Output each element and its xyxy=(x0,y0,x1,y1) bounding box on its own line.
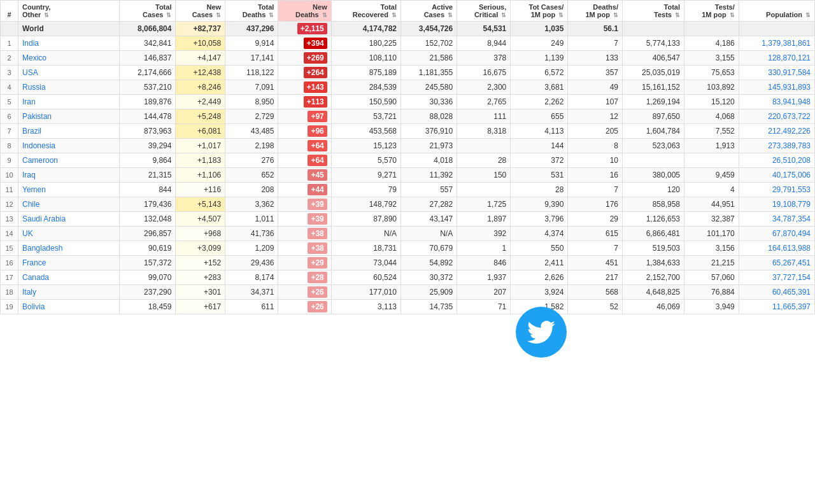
col-header-totaldeaths[interactable]: TotalDeaths ⇅ xyxy=(225,1,278,22)
row-newdeaths: +44 xyxy=(278,183,331,197)
row-country[interactable]: Bolivia xyxy=(18,300,120,314)
world-row: World 8,066,804 +82,737 437,296 +2,115 4… xyxy=(1,22,815,36)
row-country[interactable]: Canada xyxy=(18,270,120,285)
row-newdeaths: +269 xyxy=(278,51,331,66)
row-population: 34,787,354 xyxy=(739,212,814,227)
row-country[interactable]: Iran xyxy=(18,95,120,109)
row-seriouscritical: 846 xyxy=(457,256,511,270)
country-link[interactable]: Russia xyxy=(22,83,46,92)
row-country[interactable]: India xyxy=(18,36,120,51)
sort-icon: ⇅ xyxy=(501,12,506,18)
country-link[interactable]: Canada xyxy=(22,273,49,282)
table-row: 9 Cameroon 9,864 +1,183 276 +64 5,570 4,… xyxy=(1,153,815,168)
col-header-totcasesper1m[interactable]: Tot Cases/1M pop ⇅ xyxy=(511,1,568,22)
row-country[interactable]: Indonesia xyxy=(18,139,120,153)
country-link[interactable]: Pakistan xyxy=(22,112,52,121)
row-seriouscritical: 1 xyxy=(457,241,511,256)
row-totaltests: 406,547 xyxy=(623,51,684,66)
world-totcasesper1m: 1,035 xyxy=(511,22,568,36)
row-country[interactable]: Brazil xyxy=(18,124,120,139)
row-activecases: 14,735 xyxy=(401,300,457,314)
row-activecases: 21,973 xyxy=(401,139,457,153)
country-link[interactable]: India xyxy=(22,39,39,48)
row-country[interactable]: UK xyxy=(18,227,120,241)
sort-icon: ⇅ xyxy=(44,12,49,18)
row-totalrecovered: 5,570 xyxy=(331,153,400,168)
row-deathsper1m: 357 xyxy=(568,66,623,80)
row-newcases: +1,017 xyxy=(176,139,225,153)
col-header-newdeaths[interactable]: NewDeaths ⇅ xyxy=(278,1,331,22)
row-newdeaths: +28 xyxy=(278,270,331,285)
country-link[interactable]: UK xyxy=(22,229,33,238)
col-header-totalcases[interactable]: TotalCases ⇅ xyxy=(120,1,176,22)
col-header-testsper1m[interactable]: Tests/1M pop ⇅ xyxy=(684,1,739,22)
row-country[interactable]: Iraq xyxy=(18,168,120,183)
row-totalrecovered: 9,271 xyxy=(331,168,400,183)
col-header-totaltests[interactable]: TotalTests ⇅ xyxy=(623,1,684,22)
col-header-country[interactable]: Country,Other ⇅ xyxy=(18,1,120,22)
world-country: World xyxy=(18,22,120,36)
row-activecases: 245,580 xyxy=(401,80,457,95)
row-population: 67,870,494 xyxy=(739,227,814,241)
row-country[interactable]: Italy xyxy=(18,285,120,300)
country-link[interactable]: Yemen xyxy=(22,185,46,194)
country-link[interactable]: Cameroon xyxy=(22,156,58,165)
country-link[interactable]: Chile xyxy=(22,200,39,209)
world-totaltests xyxy=(623,22,684,36)
row-totalcases: 237,290 xyxy=(120,285,176,300)
row-totaltests: 858,958 xyxy=(623,197,684,212)
row-totaldeaths: 208 xyxy=(225,183,278,197)
row-totcasesper1m: 550 xyxy=(511,241,568,256)
row-population: 330,917,584 xyxy=(739,66,814,80)
row-population: 19,108,779 xyxy=(739,197,814,212)
row-newdeaths: +45 xyxy=(278,168,331,183)
row-country[interactable]: Cameroon xyxy=(18,153,120,168)
row-seriouscritical: 1,725 xyxy=(457,197,511,212)
country-link[interactable]: Italy xyxy=(22,288,36,297)
row-country[interactable]: USA xyxy=(18,66,120,80)
row-totcasesper1m: 28 xyxy=(511,183,568,197)
country-link[interactable]: Indonesia xyxy=(22,141,55,150)
row-testsper1m: 3,156 xyxy=(684,241,739,256)
col-header-seriouscritical[interactable]: Serious,Critical ⇅ xyxy=(457,1,511,22)
row-totalcases: 146,837 xyxy=(120,51,176,66)
row-deathsper1m: 568 xyxy=(568,285,623,300)
country-link[interactable]: France xyxy=(22,258,46,267)
country-link[interactable]: Bolivia xyxy=(22,302,45,311)
row-country[interactable]: Mexico xyxy=(18,51,120,66)
row-newdeaths: +26 xyxy=(278,300,331,314)
row-num: 4 xyxy=(1,80,18,95)
row-newdeaths: +39 xyxy=(278,212,331,227)
row-newcases: +301 xyxy=(176,285,225,300)
row-country[interactable]: Russia xyxy=(18,80,120,95)
row-testsper1m: 4,186 xyxy=(684,36,739,51)
country-link[interactable]: Brazil xyxy=(22,127,41,136)
row-totalrecovered: 108,110 xyxy=(331,51,400,66)
row-totcasesper1m: 3,924 xyxy=(511,285,568,300)
col-header-totalrecovered[interactable]: TotalRecovered ⇅ xyxy=(331,1,400,22)
row-totalcases: 9,864 xyxy=(120,153,176,168)
col-header-activecases[interactable]: ActiveCases ⇅ xyxy=(401,1,457,22)
row-testsper1m: 21,215 xyxy=(684,256,739,270)
row-country[interactable]: Saudi Arabia xyxy=(18,212,120,227)
row-country[interactable]: Yemen xyxy=(18,183,120,197)
country-link[interactable]: Bangladesh xyxy=(22,244,62,253)
col-header-num[interactable]: # xyxy=(1,1,18,22)
row-totalcases: 2,174,666 xyxy=(120,66,176,80)
country-link[interactable]: Iraq xyxy=(22,171,36,179)
row-seriouscritical: 1,937 xyxy=(457,270,511,285)
row-country[interactable]: France xyxy=(18,256,120,270)
country-link[interactable]: USA xyxy=(22,68,38,77)
row-country[interactable]: Bangladesh xyxy=(18,241,120,256)
row-country[interactable]: Chile xyxy=(18,197,120,212)
col-header-newcases[interactable]: NewCases ⇅ xyxy=(176,1,225,22)
col-header-population[interactable]: Population ⇅ xyxy=(739,1,814,22)
row-deathsper1m: 615 xyxy=(568,227,623,241)
col-header-deathsper1m[interactable]: Deaths/1M pop ⇅ xyxy=(568,1,623,22)
country-link[interactable]: Mexico xyxy=(22,53,46,62)
country-link[interactable]: Saudi Arabia xyxy=(22,214,66,223)
country-link[interactable]: Iran xyxy=(22,97,36,106)
row-totcasesper1m: 4,113 xyxy=(511,124,568,139)
row-totaldeaths: 652 xyxy=(225,168,278,183)
row-country[interactable]: Pakistan xyxy=(18,109,120,124)
